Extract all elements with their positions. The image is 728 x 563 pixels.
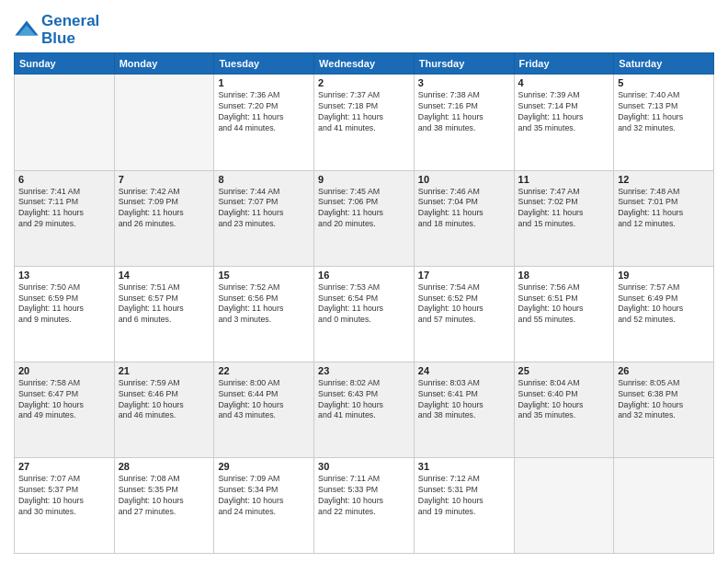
weekday-header-friday: Friday — [514, 53, 614, 75]
calendar-cell: 11Sunrise: 7:47 AM Sunset: 7:02 PM Dayli… — [514, 170, 614, 266]
calendar-cell: 4Sunrise: 7:39 AM Sunset: 7:14 PM Daylig… — [514, 75, 614, 170]
calendar-cell: 6Sunrise: 7:41 AM Sunset: 7:11 PM Daylig… — [15, 170, 115, 266]
day-info: Sunrise: 8:03 AM Sunset: 6:41 PM Dayligh… — [418, 378, 510, 422]
header: General Blue — [14, 9, 714, 47]
calendar-cell: 27Sunrise: 7:07 AM Sunset: 5:37 PM Dayli… — [15, 457, 115, 553]
day-number: 11 — [518, 174, 610, 185]
logo-text: General Blue — [41, 13, 99, 47]
calendar-cell: 30Sunrise: 7:11 AM Sunset: 5:33 PM Dayli… — [314, 457, 415, 553]
day-info: Sunrise: 7:48 AM Sunset: 7:01 PM Dayligh… — [618, 187, 710, 231]
day-info: Sunrise: 7:42 AM Sunset: 7:09 PM Dayligh… — [119, 187, 210, 231]
day-info: Sunrise: 7:41 AM Sunset: 7:11 PM Dayligh… — [18, 187, 110, 231]
day-info: Sunrise: 7:57 AM Sunset: 6:49 PM Dayligh… — [618, 282, 710, 327]
day-info: Sunrise: 7:11 AM Sunset: 5:33 PM Dayligh… — [318, 474, 410, 518]
calendar-cell — [114, 75, 214, 170]
day-number: 27 — [18, 461, 110, 472]
calendar-cell: 24Sunrise: 8:03 AM Sunset: 6:41 PM Dayli… — [414, 362, 514, 457]
weekday-header-tuesday: Tuesday — [214, 53, 314, 75]
day-number: 4 — [518, 77, 610, 88]
calendar-cell: 10Sunrise: 7:46 AM Sunset: 7:04 PM Dayli… — [414, 170, 514, 266]
day-info: Sunrise: 7:40 AM Sunset: 7:13 PM Dayligh… — [618, 90, 710, 134]
day-number: 29 — [218, 461, 310, 472]
day-info: Sunrise: 7:52 AM Sunset: 6:56 PM Dayligh… — [218, 282, 310, 327]
calendar-week-3: 13Sunrise: 7:50 AM Sunset: 6:59 PM Dayli… — [15, 266, 714, 362]
day-number: 17 — [418, 270, 510, 281]
calendar-week-1: 1Sunrise: 7:36 AM Sunset: 7:20 PM Daylig… — [15, 75, 714, 170]
calendar-cell: 22Sunrise: 8:00 AM Sunset: 6:44 PM Dayli… — [214, 362, 314, 457]
day-info: Sunrise: 7:36 AM Sunset: 7:20 PM Dayligh… — [218, 90, 310, 134]
calendar-cell: 15Sunrise: 7:52 AM Sunset: 6:56 PM Dayli… — [214, 266, 314, 362]
day-info: Sunrise: 7:07 AM Sunset: 5:37 PM Dayligh… — [18, 474, 110, 518]
day-info: Sunrise: 7:47 AM Sunset: 7:02 PM Dayligh… — [518, 187, 610, 231]
weekday-header-saturday: Saturday — [614, 53, 714, 75]
calendar-cell: 25Sunrise: 8:04 AM Sunset: 6:40 PM Dayli… — [514, 362, 614, 457]
calendar-cell: 18Sunrise: 7:56 AM Sunset: 6:51 PM Dayli… — [514, 266, 614, 362]
day-number: 15 — [218, 270, 310, 281]
calendar-cell: 2Sunrise: 7:37 AM Sunset: 7:18 PM Daylig… — [314, 75, 415, 170]
day-info: Sunrise: 7:50 AM Sunset: 6:59 PM Dayligh… — [18, 282, 110, 327]
calendar-cell: 3Sunrise: 7:38 AM Sunset: 7:16 PM Daylig… — [414, 75, 514, 170]
day-number: 1 — [218, 77, 310, 88]
day-number: 25 — [518, 365, 610, 376]
calendar-cell: 31Sunrise: 7:12 AM Sunset: 5:31 PM Dayli… — [414, 457, 514, 553]
day-info: Sunrise: 7:09 AM Sunset: 5:34 PM Dayligh… — [218, 474, 310, 518]
day-info: Sunrise: 7:51 AM Sunset: 6:57 PM Dayligh… — [119, 282, 210, 327]
day-info: Sunrise: 7:44 AM Sunset: 7:07 PM Dayligh… — [218, 187, 310, 231]
day-number: 5 — [618, 77, 710, 88]
day-number: 10 — [418, 174, 510, 185]
calendar-cell: 9Sunrise: 7:45 AM Sunset: 7:06 PM Daylig… — [314, 170, 415, 266]
calendar-cell: 21Sunrise: 7:59 AM Sunset: 6:46 PM Dayli… — [114, 362, 214, 457]
weekday-header-sunday: Sunday — [15, 53, 115, 75]
weekday-header-wednesday: Wednesday — [314, 53, 415, 75]
day-number: 31 — [418, 461, 510, 472]
calendar-cell: 5Sunrise: 7:40 AM Sunset: 7:13 PM Daylig… — [614, 75, 714, 170]
day-info: Sunrise: 7:56 AM Sunset: 6:51 PM Dayligh… — [518, 282, 610, 327]
calendar-cell: 7Sunrise: 7:42 AM Sunset: 7:09 PM Daylig… — [114, 170, 214, 266]
calendar-cell — [514, 457, 614, 553]
day-number: 7 — [119, 174, 210, 185]
day-number: 26 — [618, 365, 710, 376]
day-info: Sunrise: 7:37 AM Sunset: 7:18 PM Dayligh… — [318, 90, 410, 134]
calendar-cell: 17Sunrise: 7:54 AM Sunset: 6:52 PM Dayli… — [414, 266, 514, 362]
calendar-cell: 16Sunrise: 7:53 AM Sunset: 6:54 PM Dayli… — [314, 266, 415, 362]
day-info: Sunrise: 7:59 AM Sunset: 6:46 PM Dayligh… — [119, 378, 210, 422]
calendar-cell: 8Sunrise: 7:44 AM Sunset: 7:07 PM Daylig… — [214, 170, 314, 266]
calendar-cell: 14Sunrise: 7:51 AM Sunset: 6:57 PM Dayli… — [114, 266, 214, 362]
day-info: Sunrise: 8:04 AM Sunset: 6:40 PM Dayligh… — [518, 378, 610, 422]
calendar-week-5: 27Sunrise: 7:07 AM Sunset: 5:37 PM Dayli… — [15, 457, 714, 553]
logo-icon — [14, 17, 40, 43]
calendar-cell: 20Sunrise: 7:58 AM Sunset: 6:47 PM Dayli… — [15, 362, 115, 457]
day-number: 6 — [18, 174, 110, 185]
day-number: 14 — [119, 270, 210, 281]
day-number: 21 — [119, 365, 210, 376]
day-info: Sunrise: 7:38 AM Sunset: 7:16 PM Dayligh… — [418, 90, 510, 134]
day-number: 8 — [218, 174, 310, 185]
day-number: 2 — [318, 77, 410, 88]
calendar-cell: 1Sunrise: 7:36 AM Sunset: 7:20 PM Daylig… — [214, 75, 314, 170]
day-number: 22 — [218, 365, 310, 376]
day-info: Sunrise: 7:45 AM Sunset: 7:06 PM Dayligh… — [318, 187, 410, 231]
calendar-cell — [15, 75, 115, 170]
day-number: 28 — [119, 461, 210, 472]
calendar-cell: 26Sunrise: 8:05 AM Sunset: 6:38 PM Dayli… — [614, 362, 714, 457]
weekday-header-monday: Monday — [114, 53, 214, 75]
day-info: Sunrise: 7:53 AM Sunset: 6:54 PM Dayligh… — [318, 282, 410, 327]
calendar-table: SundayMondayTuesdayWednesdayThursdayFrid… — [14, 52, 714, 554]
day-number: 16 — [318, 270, 410, 281]
day-number: 12 — [618, 174, 710, 185]
weekday-header-thursday: Thursday — [414, 53, 514, 75]
day-number: 9 — [318, 174, 410, 185]
day-info: Sunrise: 7:54 AM Sunset: 6:52 PM Dayligh… — [418, 282, 510, 327]
calendar-cell — [614, 457, 714, 553]
day-info: Sunrise: 7:08 AM Sunset: 5:35 PM Dayligh… — [119, 474, 210, 518]
day-number: 23 — [318, 365, 410, 376]
day-info: Sunrise: 7:46 AM Sunset: 7:04 PM Dayligh… — [418, 187, 510, 231]
day-info: Sunrise: 8:02 AM Sunset: 6:43 PM Dayligh… — [318, 378, 410, 422]
day-number: 30 — [318, 461, 410, 472]
calendar-header-row: SundayMondayTuesdayWednesdayThursdayFrid… — [15, 53, 714, 75]
day-number: 20 — [18, 365, 110, 376]
calendar-cell: 28Sunrise: 7:08 AM Sunset: 5:35 PM Dayli… — [114, 457, 214, 553]
day-number: 19 — [618, 270, 710, 281]
page: General Blue SundayMondayTuesdayWednesda… — [0, 0, 728, 563]
day-number: 24 — [418, 365, 510, 376]
